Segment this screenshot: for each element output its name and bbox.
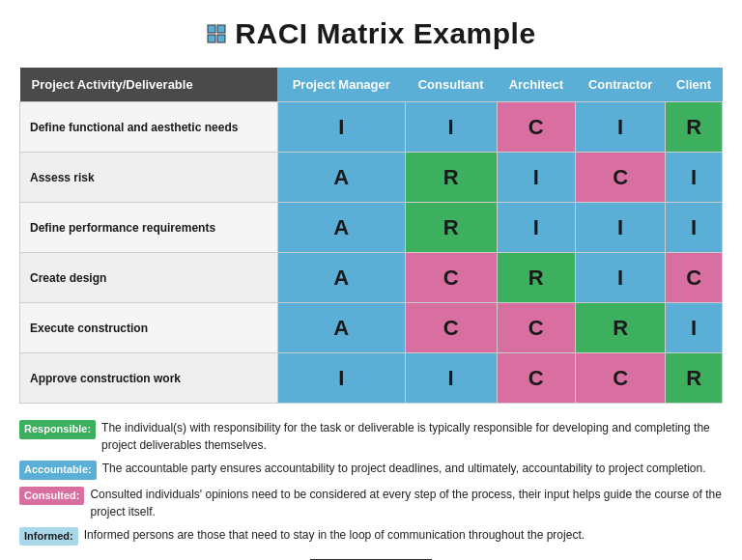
- svg-rect-2: [208, 35, 215, 42]
- legend-item-3: Informed:Informed persons are those that…: [19, 526, 723, 546]
- cell-contractor: C: [576, 153, 666, 203]
- cell-contractor: C: [576, 353, 666, 404]
- cell-client: I: [666, 203, 723, 253]
- svg-rect-0: [208, 25, 215, 33]
- table-row: Execute constructionACCRI: [20, 303, 723, 353]
- activity-cell: Define performance requirements: [20, 203, 278, 253]
- cell-pm: A: [277, 253, 405, 303]
- cell-contractor: R: [576, 303, 666, 353]
- legend-badge: Accountable:: [19, 461, 97, 480]
- cell-consultant: R: [405, 203, 497, 253]
- cell-pm: A: [277, 153, 405, 203]
- page-title: RACI Matrix Example: [235, 17, 535, 50]
- header-consultant: Consultant: [405, 68, 497, 102]
- legend-section: Responsible:The individual(s) with respo…: [19, 419, 723, 546]
- cell-architect: C: [497, 303, 576, 353]
- cell-consultant: I: [405, 353, 497, 404]
- activity-cell: Define functional and aesthetic needs: [20, 102, 278, 153]
- svg-rect-1: [217, 25, 225, 33]
- cell-client: I: [666, 153, 723, 203]
- svg-rect-3: [217, 35, 225, 42]
- cell-architect: I: [497, 203, 576, 253]
- cell-consultant: I: [405, 102, 497, 153]
- cell-contractor: I: [576, 203, 666, 253]
- legend-item-2: Consulted:Consulted individuals' opinion…: [19, 486, 723, 520]
- activity-cell: Execute construction: [20, 303, 278, 353]
- activity-cell: Create design: [20, 253, 278, 303]
- table-row: Define performance requirementsARIII: [20, 203, 723, 253]
- raci-matrix-table: Project Activity/Deliverable Project Man…: [19, 68, 723, 404]
- cell-architect: C: [497, 353, 576, 404]
- cell-client: R: [666, 102, 723, 153]
- cell-consultant: C: [405, 303, 497, 353]
- legend-text: The individual(s) with responsibility fo…: [101, 419, 723, 454]
- header-pm: Project Manager: [277, 68, 405, 102]
- table-row: Define functional and aesthetic needsIIC…: [20, 102, 723, 153]
- raci-icon: [206, 23, 227, 44]
- cell-architect: C: [497, 102, 576, 153]
- cell-pm: A: [277, 303, 405, 353]
- table-row: Assess riskARICI: [20, 153, 723, 203]
- cell-consultant: R: [405, 153, 497, 203]
- activity-cell: Assess risk: [20, 153, 278, 203]
- cell-contractor: I: [576, 102, 666, 153]
- legend-badge: Consulted:: [19, 487, 84, 506]
- header-contractor: Contractor: [576, 68, 666, 102]
- cell-architect: R: [497, 253, 576, 303]
- legend-text: The accountable party ensures accountabi…: [102, 460, 706, 477]
- header-client: Client: [666, 68, 723, 102]
- legend-badge: Informed:: [19, 527, 78, 546]
- cell-contractor: I: [576, 253, 666, 303]
- table-row: Create designACRIC: [20, 253, 723, 303]
- cell-pm: A: [277, 203, 405, 253]
- cell-consultant: C: [405, 253, 497, 303]
- cell-client: R: [666, 353, 723, 404]
- activity-cell: Approve construction work: [20, 353, 278, 404]
- cell-pm: I: [277, 353, 405, 404]
- header-architect: Architect: [497, 68, 576, 102]
- cell-client: C: [666, 253, 723, 303]
- cell-pm: I: [277, 102, 405, 153]
- cell-client: I: [666, 303, 723, 353]
- legend-text: Consulted individuals' opinions need to …: [90, 486, 723, 520]
- table-row: Approve construction workIICCR: [20, 353, 723, 404]
- legend-text: Informed persons are those that need to …: [84, 526, 585, 544]
- legend-item-1: Accountable:The accountable party ensure…: [19, 460, 723, 480]
- legend-badge: Responsible:: [19, 420, 96, 439]
- header-activity: Project Activity/Deliverable: [20, 68, 278, 102]
- cell-architect: I: [497, 153, 576, 203]
- legend-item-0: Responsible:The individual(s) with respo…: [19, 419, 723, 454]
